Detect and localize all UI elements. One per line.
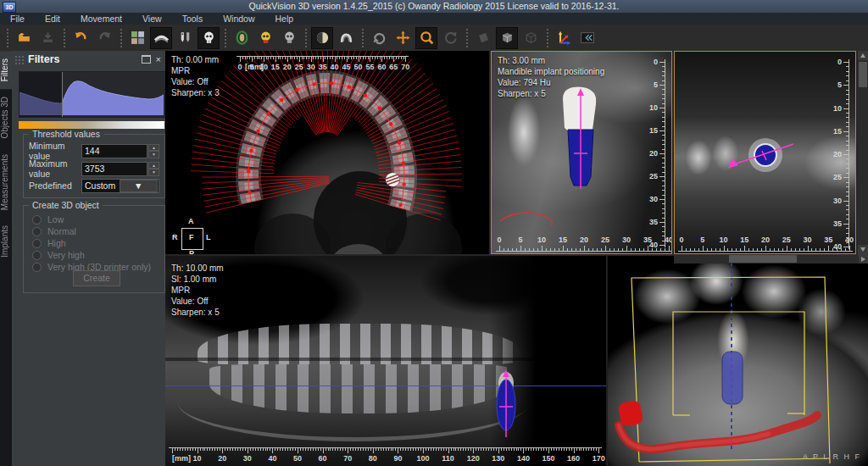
pan-button[interactable] — [392, 27, 414, 49]
panel-title: Filters — [28, 53, 60, 65]
predefined-dropdown[interactable]: Custom ▼ — [81, 179, 159, 193]
skull-gray-button[interactable] — [278, 27, 300, 49]
spinner-down-icon[interactable]: ▼ — [148, 169, 159, 176]
maximum-value-input[interactable] — [81, 162, 147, 176]
layout-implant-button[interactable] — [174, 27, 196, 49]
cube-button[interactable] — [520, 27, 542, 49]
minimum-value-input[interactable] — [81, 144, 147, 158]
menu-window[interactable]: Window — [213, 14, 264, 24]
view-3d-viewport[interactable]: A P L R H F — [606, 256, 868, 466]
spinner-down-icon[interactable]: ▼ — [148, 151, 159, 158]
layout-3d-button[interactable] — [198, 27, 220, 49]
sidebar-tab-implants[interactable]: Implants — [0, 218, 12, 265]
sidebar-tab-measurements[interactable]: Measurements — [0, 147, 12, 218]
spinner-up-icon[interactable]: ▲ — [148, 144, 159, 152]
menu-movement[interactable]: Movement — [70, 14, 132, 24]
maximum-value-label: Maximum value — [29, 158, 81, 179]
rotate-icon — [372, 31, 387, 45]
radio-high[interactable]: High — [32, 238, 66, 248]
jaw-button[interactable] — [335, 27, 357, 49]
sidebar-tab-filters[interactable]: Filters — [0, 51, 12, 89]
scroll-up-button[interactable] — [858, 51, 868, 60]
radio-icon[interactable] — [32, 215, 42, 225]
orientation-front: F — [189, 233, 194, 241]
menu-help[interactable]: Help — [265, 14, 304, 24]
scrollbar-thumb[interactable] — [729, 255, 797, 263]
radio-icon[interactable] — [32, 251, 42, 260]
slice-title: Mandible implant positioning — [498, 66, 604, 77]
cross-section-viewport-2[interactable]: 0510152025303540 0510152025303540 — [674, 51, 856, 254]
clip-box-button[interactable] — [496, 27, 518, 49]
create-3d-object-group: Create 3D object Low Normal High Very hi… — [23, 205, 165, 293]
horizontal-scrollbar[interactable] — [674, 254, 868, 264]
sidebar-tab-objects3d[interactable]: Objects 3D — [0, 89, 12, 146]
threshold-histogram[interactable] — [19, 71, 166, 118]
orientation-letters[interactable]: A P L R H F — [803, 452, 861, 461]
contrast-button[interactable] — [311, 27, 333, 49]
panel-toggle-button[interactable] — [576, 27, 598, 49]
implant-overlay — [165, 256, 606, 466]
layout-mpr-button[interactable] — [126, 27, 148, 49]
radio-low[interactable]: Low — [32, 214, 64, 225]
radio-icon[interactable] — [32, 227, 42, 236]
create-button[interactable]: Create — [73, 270, 120, 286]
toolbar-separator — [303, 28, 309, 48]
radio-normal[interactable]: Normal — [32, 226, 76, 236]
slice-sharpen: Sharpen: x 3 — [171, 87, 220, 98]
nerve-canal-contour — [500, 213, 552, 225]
face-render-button[interactable] — [231, 27, 253, 49]
pan-icon — [396, 31, 410, 45]
vertical-scrollbar[interactable] — [858, 51, 868, 254]
panoramic-viewport[interactable]: Th: 10.00 mm Sl: 1.00 mm MPR Value: Off … — [165, 256, 606, 466]
slice-info: Th: 3.00 mm Mandible implant positioning… — [498, 55, 604, 99]
axial-viewport[interactable]: Th: 0.00 mm MPR Value: Off Sharpen: x 3 … — [165, 51, 489, 254]
radio-very-high[interactable]: Very high — [32, 250, 85, 260]
minimum-value-spinner[interactable]: ▲▼ — [148, 144, 159, 158]
cross-section-viewport-1[interactable]: Th: 3.00 mm Mandible implant positioning… — [491, 51, 672, 254]
menu-view[interactable]: View — [132, 14, 172, 24]
spinner-up-icon[interactable]: ▲ — [148, 162, 159, 169]
histogram-threshold-region[interactable] — [19, 72, 63, 117]
implant-3d — [722, 352, 743, 404]
rotate-3d-button[interactable] — [439, 27, 461, 49]
float-panel-icon[interactable] — [142, 55, 151, 64]
group-label: Threshold values — [29, 129, 103, 139]
clip-button[interactable] — [472, 27, 494, 49]
open-button[interactable] — [13, 27, 35, 49]
toolbar — [0, 25, 868, 51]
face-render-icon — [235, 31, 249, 45]
zoom-button[interactable] — [415, 27, 437, 49]
redo-button[interactable] — [93, 27, 115, 49]
menu-edit[interactable]: Edit — [35, 14, 70, 24]
menu-tools[interactable]: Tools — [172, 14, 214, 24]
redo-icon — [97, 31, 112, 45]
scroll-down-button[interactable] — [858, 245, 868, 254]
maximum-value-spinner[interactable]: ▲▼ — [148, 162, 159, 176]
toolbar-separator — [222, 28, 228, 48]
undo-button[interactable] — [70, 27, 92, 49]
dropdown-arrow-icon[interactable]: ▼ — [120, 180, 159, 192]
layout-panoramic-button[interactable] — [150, 27, 172, 49]
density-gradient-bar — [19, 121, 164, 129]
menu-file[interactable]: File — [0, 14, 35, 24]
title-bar: 3D QuickVision 3D version 1.4.25_2015 (c… — [0, 0, 868, 13]
rotate-button[interactable] — [368, 27, 390, 49]
slice-spacing: Sl: 1.00 mm — [171, 274, 224, 285]
save-button[interactable] — [36, 27, 58, 49]
slice-value: Value: Off — [171, 76, 220, 87]
panel-toggle-icon — [580, 31, 595, 45]
scrollbar-thumb[interactable] — [859, 62, 867, 87]
clip-icon — [476, 31, 491, 45]
rotate-3d-icon — [443, 31, 458, 45]
slice-thickness: Th: 0.00 mm — [171, 54, 220, 65]
sidebar-tabstrip: Filters Objects 3D Measurements Implants — [0, 51, 12, 466]
close-panel-icon[interactable]: × — [156, 56, 161, 64]
radio-icon[interactable] — [32, 263, 42, 272]
scroll-right-button[interactable] — [859, 254, 868, 264]
radio-icon[interactable] — [32, 239, 42, 248]
toolbar-separator — [118, 28, 124, 48]
axes-button[interactable] — [553, 27, 575, 49]
layout-implant-icon — [178, 31, 192, 45]
skull-color-button[interactable] — [254, 27, 276, 49]
toolbar-grip — [4, 28, 10, 48]
